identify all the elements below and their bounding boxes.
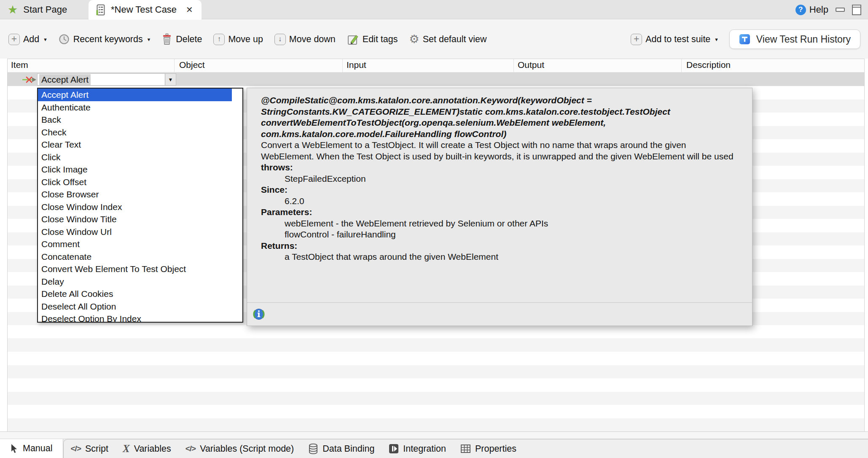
tab-variables-script-mode[interactable]: Variables (Script mode) xyxy=(178,439,301,458)
doc-popup-footer xyxy=(247,302,752,326)
plus-icon xyxy=(631,34,642,45)
add-to-test-suite-button[interactable]: Add to test suite xyxy=(631,34,718,45)
keyword-option[interactable]: Convert Web Element To Test Object xyxy=(38,263,242,275)
keyword-option[interactable]: Concatenate xyxy=(38,251,242,263)
minimize-icon[interactable] xyxy=(836,8,845,12)
keyword-option[interactable]: Accept Alert xyxy=(38,89,232,101)
keyword-option[interactable]: Click Image xyxy=(38,163,242,176)
keyword-option[interactable]: Close Browser xyxy=(38,188,242,201)
column-header-input: Input xyxy=(347,60,366,70)
help-button[interactable]: Help xyxy=(795,4,828,15)
tab-new-test-case-label: *New Test Case xyxy=(111,4,177,15)
properties-icon xyxy=(460,444,471,454)
code-icon xyxy=(185,444,196,453)
tab-script[interactable]: Script xyxy=(64,439,116,458)
keyword-option[interactable]: Close Window Url xyxy=(38,226,242,238)
plus-icon xyxy=(8,34,20,45)
step-not-run-icon xyxy=(21,75,37,84)
doc-section-returns: Returns: xyxy=(261,240,734,252)
doc-since-value: 6.2.0 xyxy=(261,196,734,207)
maximize-icon[interactable] xyxy=(852,5,861,15)
move-up-button[interactable]: Move up xyxy=(213,34,263,45)
move-down-label: Move down xyxy=(289,34,336,45)
help-icon xyxy=(795,5,806,15)
set-default-view-label: Set default view xyxy=(423,34,487,45)
delete-button[interactable]: Delete xyxy=(161,33,202,45)
variable-icon xyxy=(123,443,130,455)
keyword-option[interactable]: Deselect Option By Index xyxy=(38,313,242,323)
code-icon xyxy=(71,444,81,453)
column-header-object: Object xyxy=(179,60,205,70)
keyword-option[interactable]: Delay xyxy=(38,275,242,288)
keyword-option[interactable]: Check xyxy=(38,126,242,139)
test-case-icon xyxy=(95,4,106,16)
tab-variables-script-mode-label: Variables (Script mode) xyxy=(200,444,294,454)
clock-icon xyxy=(58,33,70,45)
view-test-run-history-label: View Test Run History xyxy=(756,34,851,45)
edit-tags-label: Edit tags xyxy=(363,34,398,45)
move-down-button[interactable]: Move down xyxy=(274,34,336,45)
move-up-label: Move up xyxy=(228,34,263,45)
doc-section-parameters: Parameters: xyxy=(261,207,734,218)
keyword-option[interactable]: Back xyxy=(38,113,242,126)
table-header xyxy=(8,59,864,73)
keyword-option[interactable]: Click Offset xyxy=(38,176,242,189)
close-icon[interactable] xyxy=(186,5,193,15)
tab-start-page-label: Start Page xyxy=(23,4,67,15)
combobox-dropdown-button[interactable] xyxy=(165,74,176,85)
column-header-output: Output xyxy=(518,60,544,70)
gear-icon xyxy=(409,32,419,46)
chevron-down-icon xyxy=(715,36,718,43)
column-header-item: Item xyxy=(11,60,28,70)
keyword-option[interactable]: Close Window Title xyxy=(38,213,242,226)
keyword-option[interactable]: Deselect All Option xyxy=(38,300,242,313)
keyword-option[interactable]: Authenticate xyxy=(38,101,242,114)
recent-keywords-label: Recent keywords xyxy=(73,34,143,45)
help-label: Help xyxy=(809,4,828,15)
integration-icon xyxy=(389,444,399,454)
keyword-combobox[interactable]: Accept Alert xyxy=(37,73,176,86)
editor-tab-strip: Start Page *New Test Case Help xyxy=(0,0,868,19)
add-to-test-suite-label: Add to test suite xyxy=(645,34,710,45)
view-test-run-history-button[interactable]: View Test Run History xyxy=(729,30,860,49)
testops-logo-icon xyxy=(739,33,751,45)
tab-new-test-case[interactable]: *New Test Case xyxy=(89,0,202,19)
titlebar-right: Help xyxy=(795,0,861,19)
tab-integration[interactable]: Integration xyxy=(382,439,453,458)
add-button[interactable]: Add xyxy=(8,34,47,45)
chevron-down-icon xyxy=(148,36,150,43)
keyword-option[interactable]: Close Window Index xyxy=(38,201,242,213)
arrow-up-icon xyxy=(213,34,225,45)
tab-data-binding-label: Data Binding xyxy=(322,444,374,454)
keyword-option[interactable]: Delete All Cookies xyxy=(38,288,242,300)
inactive-tabs-group: Script Variables Variables (Script mode)… xyxy=(63,439,868,458)
doc-parameter-webelement: webElement - the WebElement retrieved by… xyxy=(261,218,734,229)
tab-script-label: Script xyxy=(85,444,108,454)
cursor-icon xyxy=(10,444,19,454)
doc-description: Convert a WebElement to a TestObject. It… xyxy=(261,140,734,162)
doc-section-since: Since: xyxy=(261,184,734,196)
tab-variables[interactable]: Variables xyxy=(116,439,178,458)
toolbar: Add Recent keywords Delete Move up xyxy=(0,20,868,59)
info-icon[interactable] xyxy=(253,308,265,320)
tab-manual[interactable]: Manual xyxy=(0,439,63,458)
keyword-option[interactable]: Clear Text xyxy=(38,138,242,151)
editor-bottom-strip xyxy=(0,431,868,439)
set-default-view-button[interactable]: Set default view xyxy=(409,32,486,46)
tab-data-binding[interactable]: Data Binding xyxy=(301,439,382,458)
tab-properties[interactable]: Properties xyxy=(453,439,524,458)
view-mode-tabbar: Manual Script Variables Variables (Scrip… xyxy=(0,439,868,458)
doc-returns-value: a TestObject that wraps around the given… xyxy=(261,251,734,263)
doc-popup-body: @CompileStatic@com.kms.katalon.core.anno… xyxy=(247,88,752,302)
edit-tags-button[interactable]: Edit tags xyxy=(347,33,398,46)
keyword-option[interactable]: Click xyxy=(38,151,242,164)
doc-signature: @CompileStatic@com.kms.katalon.core.anno… xyxy=(261,95,734,140)
keyword-option[interactable]: Comment xyxy=(38,238,242,251)
keyword-doc-popup: @CompileStatic@com.kms.katalon.core.anno… xyxy=(247,88,752,326)
keyword-dropdown-list: Accept Alert Authenticate Back Check Cle… xyxy=(37,88,243,323)
trash-icon xyxy=(161,33,172,45)
tab-start-page[interactable]: Start Page xyxy=(8,0,67,19)
column-header-description: Description xyxy=(686,60,731,70)
doc-throws-value: StepFailedException xyxy=(261,173,734,185)
recent-keywords-button[interactable]: Recent keywords xyxy=(58,33,150,45)
